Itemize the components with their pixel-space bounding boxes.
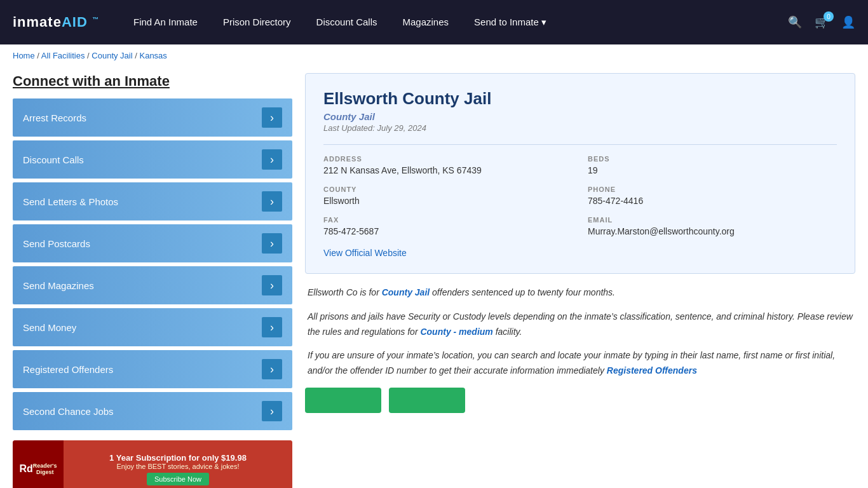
address-label: ADDRESS xyxy=(323,155,573,163)
bottom-btn-2[interactable] xyxy=(389,388,465,413)
sidebar-item-registered-offenders[interactable]: Registered Offenders › xyxy=(13,350,292,388)
sidebar-item-send-magazines[interactable]: Send Magazines › xyxy=(13,266,292,304)
desc-para1-after: offenders sentenced up to twenty four mo… xyxy=(430,287,615,297)
user-icon: 👤 xyxy=(841,16,855,29)
logo-area[interactable]: inmateAID ™ xyxy=(13,14,114,30)
main-layout: Connect with an Inmate Arrest Records › … xyxy=(0,67,868,488)
desc-para2-text: All prisons and jails have Security or C… xyxy=(308,311,853,337)
fax-cell: FAX 785-472-5687 xyxy=(323,216,573,236)
sidebar: Connect with an Inmate Arrest Records › … xyxy=(13,73,292,488)
ad-brand-logo: Rd Reader'sDigest xyxy=(13,440,64,488)
facility-subtitle: County Jail xyxy=(323,111,837,122)
arrow-icon: › xyxy=(262,107,282,128)
ad-subscribe-button[interactable]: Subscribe Now xyxy=(147,473,209,485)
logo: inmateAID ™ xyxy=(13,14,99,30)
arrow-icon: › xyxy=(262,401,282,421)
search-icon: 🔍 xyxy=(788,16,802,29)
county-value: Ellsworth xyxy=(323,196,573,206)
sidebar-item-send-money[interactable]: Send Money › xyxy=(13,308,292,346)
sidebar-item-discount-calls[interactable]: Discount Calls › xyxy=(13,140,292,179)
sidebar-menu: Arrest Records › Discount Calls › Send L… xyxy=(13,98,292,430)
nav-discount-calls[interactable]: Discount Calls xyxy=(316,17,377,28)
official-website-link-area: View Official Website xyxy=(323,248,837,258)
content-area: Ellsworth County Jail County Jail Last U… xyxy=(305,73,855,488)
desc-para1-before: Ellsworth Co is for xyxy=(308,287,382,297)
main-nav: Find An Inmate Prison Directory Discount… xyxy=(133,17,769,28)
county-label: COUNTY xyxy=(323,186,573,193)
county-cell: COUNTY Ellsworth xyxy=(323,186,573,206)
official-website-link[interactable]: View Official Website xyxy=(323,248,407,258)
desc-para-2: All prisons and jails have Security or C… xyxy=(308,309,853,340)
sidebar-item-label: Registered Offenders xyxy=(23,364,113,375)
fax-label: FAX xyxy=(323,216,573,224)
arrow-icon: › xyxy=(262,317,282,337)
breadcrumb-county-jail[interactable]: County Jail xyxy=(92,51,132,60)
connect-title: Connect with an Inmate xyxy=(13,73,292,90)
address-cell: ADDRESS 212 N Kansas Ave, Ellsworth, KS … xyxy=(323,155,573,175)
cart-button[interactable]: 🛒 0 xyxy=(815,15,829,29)
facility-title: Ellsworth County Jail xyxy=(323,89,837,109)
facility-updated: Last Updated: July 29, 2024 xyxy=(323,123,837,133)
fax-value: 785-472-5687 xyxy=(323,226,573,236)
ad-tagline: Enjoy the BEST stories, advice & jokes! xyxy=(117,463,240,470)
arrow-icon: › xyxy=(262,191,282,212)
account-button[interactable]: 👤 xyxy=(841,15,855,29)
sidebar-item-label: Discount Calls xyxy=(23,154,84,165)
sidebar-item-label: Send Magazines xyxy=(23,280,94,291)
header-icons: 🔍 🛒 0 👤 xyxy=(788,15,855,29)
address-value: 212 N Kansas Ave, Ellsworth, KS 67439 xyxy=(323,165,573,175)
sidebar-item-send-letters[interactable]: Send Letters & Photos › xyxy=(13,182,292,220)
beds-cell: BEDS 19 xyxy=(588,155,837,175)
search-button[interactable]: 🔍 xyxy=(788,15,802,29)
email-cell: EMAIL Murray.Marston@ellsworthcounty.org xyxy=(588,216,837,236)
beds-label: BEDS xyxy=(588,155,837,163)
sidebar-item-label: Send Letters & Photos xyxy=(23,196,118,207)
arrow-icon: › xyxy=(262,233,282,254)
sidebar-item-label: Send Money xyxy=(23,322,76,333)
sidebar-item-label: Arrest Records xyxy=(23,112,86,123)
cart-badge: 0 xyxy=(824,11,834,22)
nav-send-to-inmate[interactable]: Send to Inmate ▾ xyxy=(474,17,546,28)
breadcrumb-state[interactable]: Kansas xyxy=(139,51,166,60)
arrow-icon: › xyxy=(262,275,282,295)
breadcrumb-home[interactable]: Home xyxy=(13,51,35,60)
breadcrumb: Home / All Facilities / County Jail / Ka… xyxy=(0,44,868,67)
nav-magazines[interactable]: Magazines xyxy=(402,17,449,28)
facility-card: Ellsworth County Jail County Jail Last U… xyxy=(305,73,855,274)
nav-find-inmate[interactable]: Find An Inmate xyxy=(133,17,198,28)
bottom-btn-1[interactable] xyxy=(305,388,381,413)
ad-offer: 1 Year Subscription for only $19.98 xyxy=(109,453,247,463)
bottom-buttons xyxy=(305,388,855,413)
desc-para2-after: facility. xyxy=(493,327,522,337)
email-label: EMAIL xyxy=(588,216,837,224)
desc-para-1: Ellsworth Co is for County Jail offender… xyxy=(308,285,853,301)
phone-label: PHONE xyxy=(588,186,837,193)
sidebar-item-second-chance-jobs[interactable]: Second Chance Jobs › xyxy=(13,392,292,430)
ad-banner[interactable]: Rd Reader'sDigest 1 Year Subscription fo… xyxy=(13,440,292,488)
registered-offenders-link[interactable]: Registered Offenders xyxy=(607,365,697,376)
site-header: inmateAID ™ Find An Inmate Prison Direct… xyxy=(0,0,868,44)
sidebar-item-label: Second Chance Jobs xyxy=(23,406,114,417)
sidebar-item-send-postcards[interactable]: Send Postcards › xyxy=(13,224,292,262)
desc-para3-text: If you are unsure of your inmate’s locat… xyxy=(308,350,835,376)
sidebar-item-arrest-records[interactable]: Arrest Records › xyxy=(13,98,292,137)
description-area: Ellsworth Co is for County Jail offender… xyxy=(305,285,855,379)
phone-value: 785-472-4416 xyxy=(588,196,837,206)
phone-cell: PHONE 785-472-4416 xyxy=(588,186,837,206)
nav-prison-directory[interactable]: Prison Directory xyxy=(223,17,291,28)
county-medium-link[interactable]: County - medium xyxy=(420,327,492,337)
county-jail-link-1[interactable]: County Jail xyxy=(382,287,430,297)
desc-para-3: If you are unsure of your inmate’s locat… xyxy=(308,348,853,379)
ad-content: 1 Year Subscription for only $19.98 Enjo… xyxy=(64,440,292,488)
facility-info-grid: ADDRESS 212 N Kansas Ave, Ellsworth, KS … xyxy=(323,144,837,236)
email-value: Murray.Marston@ellsworthcounty.org xyxy=(588,226,837,236)
beds-value: 19 xyxy=(588,165,837,175)
arrow-icon: › xyxy=(262,149,282,170)
sidebar-item-label: Send Postcards xyxy=(23,238,90,249)
arrow-icon: › xyxy=(262,359,282,379)
breadcrumb-all-facilities[interactable]: All Facilities xyxy=(41,51,85,60)
